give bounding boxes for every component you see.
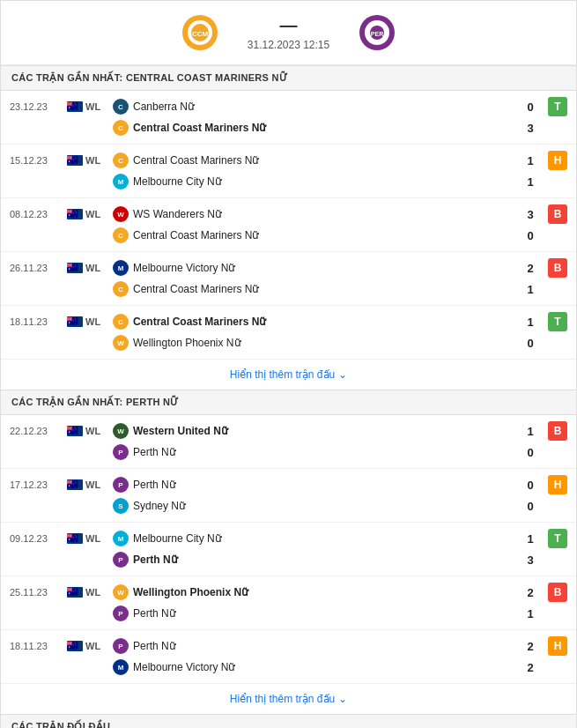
team-badge: P bbox=[113, 552, 129, 568]
team-name: M Melbourne City Nữ bbox=[113, 531, 518, 546]
spacer bbox=[548, 118, 567, 137]
ccm-match-5: 18.11.23 WL C Central Coast Mariners Nữ … bbox=[1, 306, 576, 360]
team-name: M Melbourne Victory Nữ bbox=[113, 659, 518, 675]
league-label: WL bbox=[85, 101, 100, 112]
team-badge: M bbox=[113, 260, 129, 276]
perth-match-5: 18.11.23 WL P Perth Nữ 2 H M Melbourne V… bbox=[1, 630, 576, 684]
ccm-match-2: 15.12.23 WL C Central Coast Mariners Nữ … bbox=[1, 145, 576, 198]
league-col: WL bbox=[67, 101, 113, 112]
team-badge: C bbox=[113, 281, 129, 297]
perth-section-header: CÁC TRẬN GẦN NHẤT: PERTH NỮ bbox=[1, 390, 576, 415]
date-col: 23.12.23 bbox=[10, 101, 67, 112]
ccm-match-4: 26.11.23 WL M Melbourne Victory Nữ 2 B C… bbox=[1, 252, 576, 306]
ccm-match-1: 23.12.23 WL C Canberra Nữ 0 T C Central … bbox=[1, 91, 576, 145]
perth-match-2: 17.12.23 WL P Perth Nữ 0 H S Sydney Nữ 0 bbox=[1, 469, 576, 523]
team-name: P Perth Nữ bbox=[113, 605, 518, 621]
chevron-down-icon: ⌄ bbox=[338, 693, 347, 705]
team-name: M Melbourne City Nữ bbox=[113, 174, 518, 189]
team-name: P Perth Nữ bbox=[113, 444, 518, 460]
result-badge: B bbox=[548, 583, 567, 602]
perth-match-3: 09.12.23 WL M Melbourne City Nữ 1 T P Pe… bbox=[1, 523, 576, 576]
team-name: P Perth Nữ bbox=[113, 552, 518, 568]
result-badge: H bbox=[548, 636, 567, 656]
match-date: 31.12.2023 12:15 bbox=[248, 39, 329, 51]
flag-au bbox=[67, 101, 83, 112]
result-badge: H bbox=[548, 475, 567, 494]
flag-au bbox=[67, 426, 83, 436]
ccm-match-1-row2: C Central Coast Mariners Nữ 3 bbox=[1, 117, 576, 144]
result-badge: B bbox=[548, 421, 567, 441]
flag-au bbox=[67, 209, 83, 219]
team-name: W Western United Nữ bbox=[113, 423, 518, 439]
team-badge: W bbox=[113, 335, 129, 351]
team-badge: S bbox=[113, 498, 129, 514]
result-badge: T bbox=[548, 97, 567, 116]
team-badge: C bbox=[113, 227, 129, 243]
flag-au bbox=[67, 641, 83, 651]
result-badge: H bbox=[548, 151, 567, 170]
team-badge: W bbox=[113, 206, 129, 222]
flag-au bbox=[67, 479, 83, 490]
team-badge: W bbox=[113, 423, 129, 439]
chevron-down-icon: ⌄ bbox=[338, 368, 347, 381]
flag-au bbox=[67, 587, 83, 598]
team-name: M Melbourne Victory Nữ bbox=[113, 260, 518, 276]
result-badge: B bbox=[548, 258, 567, 278]
flag-au bbox=[67, 316, 83, 327]
match-score-area: — 31.12.2023 12:15 bbox=[248, 15, 329, 51]
team1-logo: CCM bbox=[179, 11, 221, 54]
team-name: S Sydney Nữ bbox=[113, 498, 518, 514]
team-name: C Central Coast Mariners Nữ bbox=[113, 281, 518, 297]
main-container: CCM — 31.12.2023 12:15 PER CÁC TRẬN GẦN … bbox=[0, 0, 577, 728]
perth-match-1: 22.12.23 WL W Western United Nữ 1 B P Pe… bbox=[1, 415, 576, 469]
team-badge: P bbox=[113, 444, 129, 460]
result-badge: T bbox=[548, 529, 567, 548]
team-name: C Canberra Nữ bbox=[113, 99, 518, 115]
svg-text:PER: PER bbox=[371, 31, 383, 37]
team-badge: P bbox=[113, 477, 129, 493]
ccm-match-3: 08.12.23 WL W WS Wanderers Nữ 3 B C Cent… bbox=[1, 198, 576, 252]
h2h-section-header: CÁC TRẬN ĐỐI ĐẦU bbox=[1, 714, 576, 728]
flag-au bbox=[67, 533, 83, 544]
team-badge: C bbox=[113, 99, 129, 115]
team-name: W Wellington Phoenix Nữ bbox=[113, 584, 518, 600]
show-more-ccm[interactable]: Hiển thị thêm trận đấu ⌄ bbox=[1, 360, 576, 390]
match-header: CCM — 31.12.2023 12:15 PER bbox=[1, 1, 576, 65]
flag-au bbox=[67, 155, 83, 166]
team-name: C Central Coast Mariners Nữ bbox=[113, 314, 518, 330]
svg-text:CCM: CCM bbox=[192, 30, 209, 38]
team-badge: P bbox=[113, 605, 129, 621]
ccm-section-header: CÁC TRẬN GẦN NHẤT: CENTRAL COAST MARINER… bbox=[1, 65, 576, 91]
team-name: C Central Coast Mariners Nữ bbox=[113, 152, 518, 168]
result-badge: B bbox=[548, 204, 567, 224]
team-badge: C bbox=[113, 152, 129, 168]
team-name: W WS Wanderers Nữ bbox=[113, 206, 518, 222]
team-name: P Perth Nữ bbox=[113, 638, 518, 654]
team-badge: C bbox=[113, 120, 129, 136]
team-badge: M bbox=[113, 531, 129, 546]
team-badge: P bbox=[113, 638, 129, 654]
perth-match-4: 25.11.23 WL W Wellington Phoenix Nữ 2 B … bbox=[1, 576, 576, 630]
score: 3 bbox=[518, 122, 543, 135]
ccm-match-1-row1: 23.12.23 WL C Canberra Nữ 0 T bbox=[1, 91, 576, 117]
team-name: C Central Coast Mariners Nữ bbox=[113, 227, 518, 243]
team-badge: M bbox=[113, 659, 129, 675]
score: 0 bbox=[518, 100, 543, 114]
team-name: W Wellington Phoenix Nữ bbox=[113, 335, 518, 351]
show-more-perth[interactable]: Hiển thị thêm trận đấu ⌄ bbox=[1, 684, 576, 714]
team-badge: C bbox=[113, 314, 129, 330]
team2-logo: PER bbox=[356, 11, 398, 54]
result-badge: T bbox=[548, 312, 567, 331]
team-badge: M bbox=[113, 174, 129, 189]
team-name: P Perth Nữ bbox=[113, 477, 518, 493]
team-name: C Central Coast Mariners Nữ bbox=[113, 120, 518, 136]
team-badge: W bbox=[113, 584, 129, 600]
flag-au bbox=[67, 263, 83, 273]
match-dash: — bbox=[248, 15, 329, 35]
